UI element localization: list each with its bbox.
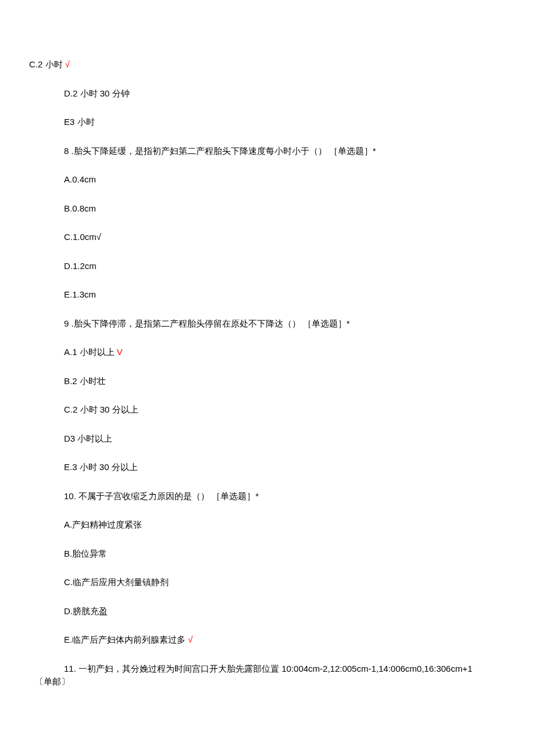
q9-stem: 9 .胎头下降停滞，是指第二产程胎头停留在原处不下降达（） ［单选题］* (64, 317, 500, 331)
q8-option-d: D.1.2cm (64, 260, 500, 273)
q11-stem: 11. 一初产妇，其分娩过程为时间宫口开大胎先露部位置 10:004cm-2,1… (64, 662, 500, 689)
q9-option-d: D3 小时以上 (64, 432, 500, 446)
question-text: 8 .胎头下降延缓，是指初产妇第二产程胎头下降速度每小时小于（） ［单选题］* (64, 146, 376, 156)
option-text: A.产妇精神过度紧张 (64, 519, 142, 529)
q10-option-c: C.临产后应用大剂量镇静剂 (64, 576, 500, 589)
correct-mark-icon: √ (63, 59, 70, 69)
q7-option-d: D.2 小时 30 分钟 (64, 87, 500, 101)
q9-option-a: A.1 小时以上 V (64, 346, 500, 359)
option-text: D3 小时以上 (64, 433, 112, 443)
q9-option-b: B.2 小时壮 (64, 375, 500, 388)
q7-option-c: C.2 小时 √ (29, 58, 500, 71)
correct-mark-icon: √ (186, 635, 192, 644)
correct-mark-icon: V (115, 347, 123, 357)
q10-option-e: E.临产后产妇体内前列腺素过多 √ (64, 633, 500, 647)
option-text: E.临产后产妇体内前列腺素过多 (64, 635, 186, 644)
option-text: C.2 小时 30 分以上 (64, 404, 138, 414)
q8-stem: 8 .胎头下降延缓，是指初产妇第二产程胎头下降速度每小时小于（） ［单选题］* (64, 145, 500, 158)
q10-option-b: B.胎位异常 (64, 547, 500, 561)
q10-option-a: A.产妇精神过度紧张 (64, 518, 500, 532)
option-text: C.2 小时 (29, 59, 63, 69)
option-text: B.2 小时壮 (64, 376, 106, 386)
q8-option-e: E.1.3cm (64, 288, 500, 302)
question-text: 10. 不属于子宫收缩乏力原因的是（） ［单选题］* (64, 491, 259, 501)
option-text: C.临产后应用大剂量镇静剂 (64, 577, 169, 587)
option-text: C.1.0cm√ (64, 232, 101, 242)
option-text: D.1.2cm (64, 261, 97, 271)
option-text: D.2 小时 30 分钟 (64, 88, 130, 98)
q9-option-e: E.3 小时 30 分以上 (64, 461, 500, 474)
option-text: B.胎位异常 (64, 549, 107, 558)
q8-option-c: C.1.0cm√ (64, 231, 500, 244)
option-text: A.0.4cm (64, 174, 96, 184)
q10-option-d: D.膀胱充盈 (64, 605, 500, 618)
q9-option-c: C.2 小时 30 分以上 (64, 403, 500, 417)
option-text: B.0.8cm (64, 203, 96, 213)
q7-option-e: E3 小时 (64, 116, 500, 129)
option-text: D.膀胱充盈 (64, 606, 108, 616)
option-text: A.1 小时以上 (64, 347, 115, 357)
q8-option-a: A.0.4cm (64, 173, 500, 187)
option-text: E.3 小时 30 分以上 (64, 462, 138, 472)
q10-stem: 10. 不属于子宫收缩乏力原因的是（） ［单选题］* (64, 490, 500, 503)
document-page: C.2 小时 √ D.2 小时 30 分钟 E3 小时 8 .胎头下降延缓，是指… (0, 0, 535, 712)
option-text: E3 小时 (64, 117, 95, 127)
q8-option-b: B.0.8cm (64, 202, 500, 216)
question-text: 11. 一初产妇，其分娩过程为时间宫口开大胎先露部位置 10:004cm-2,1… (64, 662, 500, 676)
question-text: 9 .胎头下降停滞，是指第二产程胎头停留在原处不下降达（） ［单选题］* (64, 318, 350, 328)
question-tag: 〔单邮〕 (35, 675, 500, 689)
option-text: E.1.3cm (64, 289, 96, 299)
